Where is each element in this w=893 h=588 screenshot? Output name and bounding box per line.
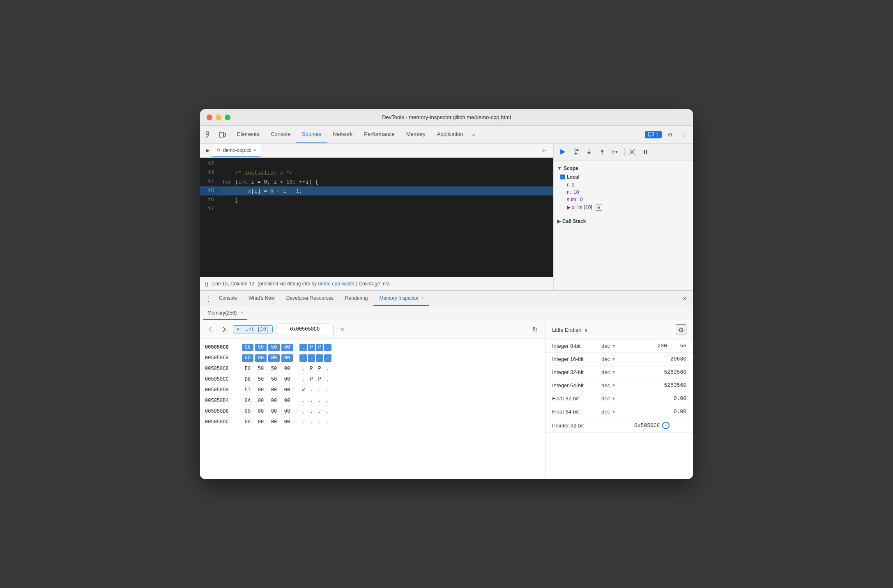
pointer-follow-button[interactable]: → <box>662 422 670 429</box>
bottom-tabs-menu[interactable]: ⋮ <box>203 294 213 303</box>
hex-next-button[interactable]: > <box>337 324 348 335</box>
hex-byte[interactable]: 00 <box>255 354 267 362</box>
tab-application[interactable]: Application <box>431 126 469 143</box>
hex-byte[interactable]: 00 <box>281 386 293 394</box>
close-bottom-panel-button[interactable]: × <box>679 295 690 302</box>
tab-sources[interactable]: Sources <box>296 126 327 143</box>
maximize-button[interactable] <box>225 115 230 120</box>
endian-selector[interactable]: Little Endian ∨ <box>552 327 588 333</box>
titlebar: DevTools - memory-inspector.glitch.me/de… <box>200 109 693 126</box>
memory-inspector-tab-close[interactable]: × <box>421 296 423 300</box>
value-format-int64[interactable]: dec ▼ <box>601 382 634 388</box>
hex-byte[interactable]: 50 <box>255 344 267 351</box>
value-row-int16: Integer 16-bit dec ▼ 20680 <box>545 353 693 366</box>
hex-byte[interactable]: 57 <box>242 386 253 394</box>
value-type-int32: Integer 32-bit <box>552 369 601 375</box>
hex-byte[interactable]: 00 <box>268 386 280 394</box>
call-stack-header[interactable]: ▶ Call Stack <box>554 217 693 226</box>
hex-byte[interactable]: 00 <box>281 365 293 372</box>
deactivate-breakpoints-button[interactable] <box>626 146 638 158</box>
scope-header[interactable]: ▼ Scope <box>554 164 693 173</box>
hex-refresh-button[interactable]: ↻ <box>529 324 540 335</box>
step-into-button[interactable] <box>583 146 595 158</box>
hex-byte[interactable]: 50 <box>268 376 280 383</box>
hex-byte[interactable]: 00 <box>242 408 253 415</box>
bottom-tab-console[interactable]: Console <box>213 291 243 306</box>
hex-byte[interactable]: C8 <box>242 344 253 351</box>
hex-back-button[interactable] <box>205 324 216 335</box>
hex-byte[interactable]: 00 <box>281 376 293 383</box>
device-toolbar-button[interactable] <box>216 129 228 140</box>
bottom-tab-whats-new[interactable]: What's New <box>243 291 281 306</box>
braces-icon: {} <box>205 281 208 287</box>
inspect-element-button[interactable] <box>203 129 215 140</box>
hex-byte[interactable]: 00 <box>268 418 280 426</box>
value-format-int16[interactable]: dec ▼ <box>601 356 634 362</box>
hex-byte[interactable]: 00 <box>242 418 253 426</box>
value-inspector-settings-button[interactable]: ⚙ <box>676 324 686 335</box>
tab-network[interactable]: Network <box>327 126 359 143</box>
hex-byte[interactable]: 00 <box>281 344 293 351</box>
hex-byte[interactable]: 00 <box>255 397 267 404</box>
memory-badge-button[interactable]: x: int [10] <box>233 325 273 333</box>
bottom-tab-memory-inspector[interactable]: Memory Inspector × <box>373 291 429 306</box>
close-button[interactable] <box>207 115 212 120</box>
hex-addr-1: 005050C4 <box>205 355 242 361</box>
tab-elements[interactable]: Elements <box>231 126 265 143</box>
step-out-button[interactable] <box>596 146 608 158</box>
tab-memory[interactable]: Memory <box>400 126 431 143</box>
value-format-int8[interactable]: dec ▼ <box>601 343 634 349</box>
memory-tab-256[interactable]: Memory(256) × <box>203 306 247 320</box>
hex-byte[interactable]: E0 <box>242 365 253 372</box>
feedback-badge[interactable]: 1 <box>645 131 662 138</box>
hex-byte[interactable]: 00 <box>281 354 293 362</box>
value-format-float32[interactable]: dec ▼ <box>601 395 634 402</box>
bottom-tab-rendering[interactable]: Rendering <box>339 291 373 306</box>
file-tab-bar: ▶ ⚙ demo-cpp.cc × ⊳ <box>200 144 553 158</box>
settings-button[interactable]: ⚙ <box>664 129 676 140</box>
tab-console[interactable]: Console <box>265 126 296 143</box>
toolbar-right: 1 ⚙ ⋮ <box>645 129 690 140</box>
pause-on-exceptions-button[interactable] <box>640 146 651 158</box>
hex-byte[interactable]: 0A <box>242 397 253 404</box>
hex-byte[interactable]: 00 <box>281 397 293 404</box>
hex-byte[interactable]: 00 <box>242 354 253 362</box>
more-options-button[interactable]: ⋮ <box>678 129 690 140</box>
hex-byte[interactable]: 00 <box>268 397 280 404</box>
hex-byte[interactable]: 00 <box>255 418 267 426</box>
hex-address-input[interactable] <box>276 324 334 335</box>
hex-char: P <box>316 365 323 372</box>
step-over-button[interactable] <box>570 146 582 158</box>
hex-byte[interactable]: 00 <box>255 386 267 394</box>
hex-byte[interactable]: 50 <box>268 344 280 351</box>
value-format-float64[interactable]: dec ▼ <box>601 409 634 415</box>
file-tab-close[interactable]: × <box>254 148 256 152</box>
hex-byte[interactable]: 00 <box>281 418 293 426</box>
sources-nav-button[interactable]: ▶ <box>203 146 212 155</box>
step-button[interactable] <box>610 146 621 158</box>
hex-byte[interactable]: 00 <box>281 408 293 415</box>
resume-button[interactable] <box>557 146 568 158</box>
hex-byte[interactable]: 50 <box>255 365 267 372</box>
hex-byte[interactable]: 00 <box>268 408 280 415</box>
hex-byte[interactable]: 50 <box>268 365 280 372</box>
bottom-tab-developer-resources[interactable]: Developer Resources <box>281 291 339 306</box>
file-nav-icon[interactable]: ⊳ <box>538 145 550 156</box>
more-tabs-button[interactable]: » <box>469 131 478 138</box>
hex-byte[interactable]: 00 <box>255 408 267 415</box>
format-arrow: ▼ <box>612 344 616 348</box>
minimize-button[interactable] <box>216 115 221 120</box>
hex-char: . <box>308 397 315 404</box>
hex-byte[interactable]: D8 <box>242 376 253 383</box>
hex-byte[interactable]: 00 <box>268 354 280 362</box>
tab-performance[interactable]: Performance <box>358 126 400 143</box>
file-tab-demo-cpp[interactable]: ⚙ demo-cpp.cc × <box>212 144 260 157</box>
hex-byte[interactable]: 50 <box>255 376 267 383</box>
value-format-int32[interactable]: dec ▼ <box>601 369 634 375</box>
memory-tab-close[interactable]: × <box>241 310 243 315</box>
memory-icon[interactable]: ⊞ <box>596 204 602 211</box>
wasm-link[interactable]: demo-cpp.wasm <box>318 281 354 287</box>
hex-row-7: 005050DC 00 00 00 00 . . . <box>200 417 545 427</box>
local-section-header[interactable]: L Local <box>554 173 693 181</box>
hex-forward-button[interactable] <box>219 324 230 335</box>
